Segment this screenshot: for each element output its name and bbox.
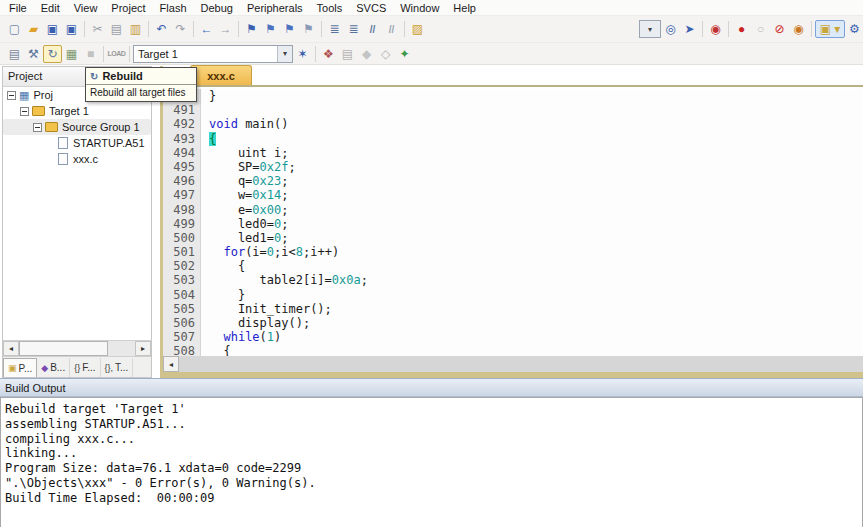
tree-item-xxx-c[interactable]: xxx.c <box>3 151 151 167</box>
panel-tab-templates-icon: {}, <box>105 363 114 373</box>
tab-xxx-c[interactable]: xxx.c <box>190 65 252 85</box>
tree-item-target-1[interactable]: Target 1 <box>3 103 151 119</box>
menu-view[interactable]: View <box>67 1 105 15</box>
breakpoint-toggle-icon[interactable]: ● <box>732 20 751 38</box>
menu-peripherals[interactable]: Peripherals <box>240 1 310 15</box>
menu-project[interactable]: Project <box>104 1 152 15</box>
collapse-expander-icon[interactable] <box>20 107 29 116</box>
collapse-expander-icon[interactable] <box>33 123 42 132</box>
build-output-panel: Build Output Rebuild target 'Target 1'as… <box>0 378 863 527</box>
menu-help[interactable]: Help <box>446 1 483 15</box>
new-file-icon[interactable]: ▢ <box>5 20 24 38</box>
menu-window[interactable]: Window <box>393 1 446 15</box>
uncomment-selection-icon[interactable]: // <box>382 20 401 38</box>
cut-icon[interactable]: ✂ <box>88 20 107 38</box>
chevron-down-icon[interactable]: ▾ <box>277 46 292 62</box>
indent-icon[interactable]: ≣ <box>344 20 363 38</box>
move-up-icon[interactable]: ◆ <box>357 45 376 63</box>
toolbar-separator <box>148 21 149 37</box>
scroll-right-icon[interactable]: ▸ <box>135 341 151 356</box>
debug-magnifier-icon[interactable]: ◉ <box>706 20 725 38</box>
translate-file-icon[interactable]: ▤ <box>5 45 24 63</box>
bookmark-toggle-icon[interactable]: ⚑ <box>242 20 261 38</box>
scrollbar-track[interactable] <box>179 356 863 372</box>
paste-icon[interactable]: ▥ <box>126 20 145 38</box>
panel-tab-functions-icon: {} <box>74 363 80 373</box>
build-output-line: linking... <box>5 446 858 461</box>
move-down-icon[interactable]: ◇ <box>376 45 395 63</box>
navigate-back-icon[interactable]: ← <box>197 20 216 38</box>
scrollbar-track[interactable] <box>108 341 135 356</box>
doc-combo[interactable]: ▾ <box>639 20 661 38</box>
toolbar-main: ▢▰▣▣✂▤▥↶↷←→⚑⚑⚑⚑≣≣////▨▾◎➤◉●○⊘◉▣ ▾⚙ <box>0 16 863 43</box>
rebuild-icon[interactable]: ↻ <box>43 45 62 63</box>
options-for-target-icon[interactable]: ✶ <box>293 45 312 63</box>
panel-tab-templates[interactable]: {},T... <box>101 358 134 377</box>
comment-selection-icon[interactable]: // <box>363 20 382 38</box>
build-icon[interactable]: ⚒ <box>24 45 43 63</box>
uvision-ide-window: FileEditViewProjectFlashDebugPeripherals… <box>0 0 863 527</box>
code-text: { <box>201 344 231 356</box>
edit-config-icon[interactable]: ▨ <box>408 20 427 38</box>
toolbar-separator <box>321 21 322 37</box>
menu-edit[interactable]: Edit <box>34 1 67 15</box>
line-number: 491 <box>163 103 201 117</box>
line-number: 492 <box>163 117 201 131</box>
tooltip-description: Rebuild all target files <box>86 85 196 101</box>
bookmark-clear-all-icon[interactable]: ⚑ <box>299 20 318 38</box>
open-folder-icon[interactable]: ▰ <box>24 20 43 38</box>
build-output-log[interactable]: Rebuild target 'Target 1'assembling STAR… <box>0 397 863 527</box>
navigate-forward-icon[interactable]: → <box>216 20 235 38</box>
panel-tab-project[interactable]: ▣P... <box>3 358 37 377</box>
editor-horizontal-scrollbar[interactable]: ◂ <box>163 356 863 372</box>
file-extensions-icon[interactable]: ▤ <box>338 45 357 63</box>
panel-tab-functions[interactable]: {}F... <box>70 358 100 377</box>
scrollbar-thumb[interactable] <box>19 341 108 356</box>
tree-item-source-group-1[interactable]: Source Group 1 <box>3 119 151 135</box>
panel-tab-books[interactable]: ◆B... <box>37 358 70 377</box>
manage-project-items-icon[interactable]: ❖ <box>319 45 338 63</box>
save-all-icon[interactable]: ▣ <box>62 20 81 38</box>
stop-build-icon[interactable]: ■ <box>81 45 100 63</box>
collapse-expander-icon[interactable] <box>7 91 16 100</box>
file-icon <box>58 137 68 149</box>
menu-debug[interactable]: Debug <box>194 1 240 15</box>
tree-item-startup-a51[interactable]: STARTUP.A51 <box>3 135 151 151</box>
menu-file[interactable]: File <box>2 1 34 15</box>
copy-icon[interactable]: ▤ <box>107 20 126 38</box>
folder-icon <box>45 122 58 132</box>
code-line: 496 q=0x23; <box>163 174 863 188</box>
window-layout-icon[interactable]: ▣ ▾ <box>815 20 845 38</box>
menu-tools[interactable]: Tools <box>310 1 350 15</box>
find-in-files-icon[interactable]: ◎ <box>661 20 680 38</box>
menu-svcs[interactable]: SVCS <box>349 1 393 15</box>
bookmark-prev-icon[interactable]: ⚑ <box>261 20 280 38</box>
redo-icon[interactable]: ↷ <box>171 20 190 38</box>
configure-wrench-icon[interactable]: ⚙ <box>845 20 863 38</box>
code-editor[interactable]: 490}491492void main()493{494 uint i;495 … <box>163 89 863 356</box>
code-line: 500 led1=0; <box>163 231 863 245</box>
panel-tab-books-label: B... <box>50 362 65 373</box>
pack-installer-icon[interactable]: ✦ <box>395 45 414 63</box>
code-text: table2[i]=0x0a; <box>201 273 368 287</box>
undo-icon[interactable]: ↶ <box>152 20 171 38</box>
unindent-icon[interactable]: ≣ <box>325 20 344 38</box>
menu-flash[interactable]: Flash <box>153 1 194 15</box>
breakpoint-enable-all-icon[interactable]: ◉ <box>789 20 808 38</box>
chevron-down-icon[interactable]: ▾ <box>640 21 660 37</box>
breakpoint-disable-icon[interactable]: ○ <box>751 20 770 38</box>
batch-build-icon[interactable]: ▦ <box>62 45 81 63</box>
code-line: 505 Init_timer(); <box>163 302 863 316</box>
tooltip-title-row: ↻ Rebuild <box>86 68 196 85</box>
folder-icon <box>32 106 45 116</box>
scroll-left-icon[interactable]: ◂ <box>163 356 179 372</box>
download-load-icon[interactable]: LOAD <box>107 45 126 63</box>
breakpoint-kill-all-icon[interactable]: ⊘ <box>770 20 789 38</box>
bookmark-next-icon[interactable]: ⚑ <box>280 20 299 38</box>
tooltip-title: Rebuild <box>102 70 142 82</box>
project-horizontal-scrollbar[interactable]: ◂ ▸ <box>3 340 151 356</box>
run-to-cursor-icon[interactable]: ➤ <box>680 20 699 38</box>
target-select[interactable]: Target 1▾ <box>133 45 293 63</box>
save-icon[interactable]: ▣ <box>43 20 62 38</box>
scroll-left-icon[interactable]: ◂ <box>3 341 19 356</box>
